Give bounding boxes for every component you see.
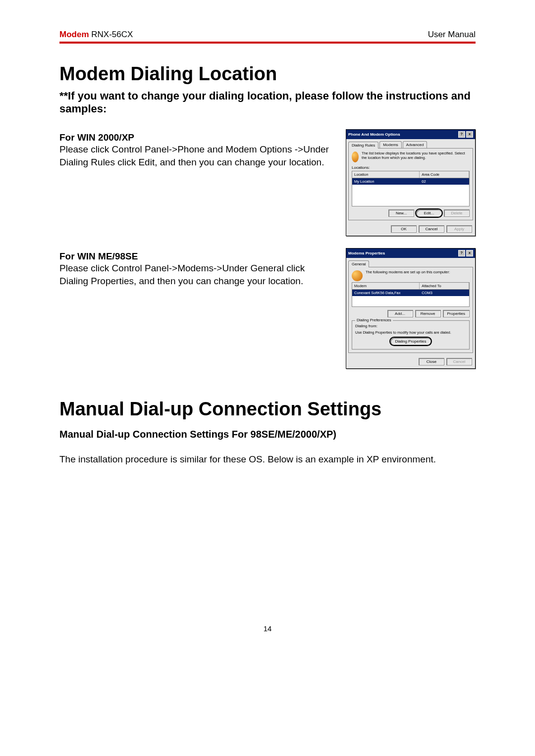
modem-icon	[352, 270, 363, 281]
row-modem: Conexant SoftK56 Data,Fax	[352, 290, 420, 296]
col-modem: Modem	[352, 283, 420, 289]
row-area-code: 02	[420, 178, 469, 185]
section2-body: The installation procedure is similar fo…	[59, 453, 476, 466]
section2-subtitle: Manual Dial-up Connection Settings For 9…	[59, 429, 476, 440]
dialog2-btn-row: Add... Remove Properties	[352, 310, 470, 317]
modems-list-row[interactable]: Conexant SoftK56 Data,Fax COM3	[352, 290, 469, 296]
dialog2-pane: The following modems are set up on this …	[348, 267, 473, 353]
dialing-desc: Use Dialing Properties to modify how you…	[355, 330, 466, 335]
modems-list[interactable]: Modem Attached To Conexant SoftK56 Data,…	[352, 282, 470, 307]
tab-general[interactable]: General	[348, 260, 369, 267]
close-button[interactable]: Close	[419, 358, 444, 365]
dialing-preferences-group: Dialing Preferences Dialing from: Use Di…	[352, 320, 470, 350]
cancel-button[interactable]: Cancel	[419, 225, 444, 233]
group-legend: Dialing Preferences	[355, 318, 393, 322]
dialing-from-label: Dialing from:	[355, 324, 466, 328]
edit-button[interactable]: Edit...	[416, 209, 442, 217]
dialog-modems-properties: Modems Properties ? x General The follow…	[346, 248, 476, 369]
section-title-manual-dialup: Manual Dial-up Connection Settings	[59, 399, 476, 420]
ok-button[interactable]: OK	[391, 225, 417, 233]
locations-label: Locations:	[352, 165, 470, 170]
dialing-properties-button[interactable]: Dialing Properties	[390, 338, 430, 345]
dialog2-footer: Close Cancel	[346, 355, 475, 368]
remove-button[interactable]: Remove	[415, 310, 441, 317]
dialog-phone-modem-options: Phone And Modem Options ? x Dialing Rule…	[346, 129, 476, 236]
header-right: User Manual	[428, 30, 476, 40]
locations-list-head: Location Area Code	[352, 171, 469, 178]
dialog2-title-icons: ? x	[458, 250, 473, 256]
page-number: 14	[59, 624, 476, 633]
dialog1-desc: The list below displays the locations yo…	[362, 151, 470, 160]
model: RNX-56CX	[91, 30, 133, 39]
dialog1-btn-row: New... Edit... Delete	[352, 209, 470, 217]
header-divider	[59, 42, 476, 44]
close-icon[interactable]: x	[466, 131, 473, 138]
dialog1-title: Phone And Modem Options	[348, 132, 400, 137]
tab-advanced[interactable]: Advanced	[403, 141, 428, 148]
col-location: Location	[352, 171, 420, 178]
col-area-code: Area Code	[420, 171, 469, 178]
row-location: My Location	[352, 178, 420, 185]
body-winme: Please click Control Panel->Modems->Unde…	[59, 262, 336, 287]
block-winme: For WIN ME/98SE Please click Control Pan…	[59, 248, 476, 369]
os-title-win2000: For WIN 2000/XP	[59, 132, 336, 143]
dialog2-titlebar: Modems Properties ? x	[346, 249, 475, 258]
dialog1-title-icons: ? x	[458, 131, 473, 138]
col-attached-to: Attached To	[420, 283, 469, 289]
properties-button[interactable]: Properties	[443, 310, 470, 317]
modems-list-head: Modem Attached To	[352, 283, 469, 290]
os-title-winme: For WIN ME/98SE	[59, 251, 336, 262]
brand: Modem	[59, 30, 89, 39]
section-subtitle: **If you want to change your dialing loc…	[59, 90, 476, 115]
add-button[interactable]: Add...	[387, 310, 413, 317]
cancel-button[interactable]: Cancel	[446, 358, 472, 365]
close-icon[interactable]: x	[466, 250, 473, 256]
delete-button[interactable]: Delete	[444, 209, 470, 217]
dialog1-tabs: Dialing Rules Modems Advanced	[346, 139, 475, 148]
dialog2-title: Modems Properties	[348, 251, 385, 255]
section-title-modem-dialing: Modem Dialing Location	[59, 63, 476, 85]
help-icon[interactable]: ?	[458, 250, 465, 256]
body-win2000: Please click Control Panel->Phone and Mo…	[59, 143, 336, 168]
dialog1-footer: OK Cancel Apply	[346, 222, 475, 236]
help-icon[interactable]: ?	[458, 131, 465, 138]
apply-button[interactable]: Apply	[446, 225, 472, 233]
globe-icon	[352, 151, 359, 162]
locations-list[interactable]: Location Area Code My Location 02	[352, 171, 470, 206]
page-header: Modem RNX-56CX User Manual	[59, 30, 476, 40]
dialog2-desc: The following modems are set up on this …	[366, 270, 450, 275]
tab-dialing-rules[interactable]: Dialing Rules	[348, 142, 378, 149]
locations-list-row[interactable]: My Location 02	[352, 178, 469, 185]
dialog1-titlebar: Phone And Modem Options ? x	[346, 130, 475, 139]
block-win2000: For WIN 2000/XP Please click Control Pan…	[59, 129, 476, 236]
dialog2-tabs: General	[346, 258, 475, 267]
tab-modems[interactable]: Modems	[379, 141, 402, 148]
row-attached-to: COM3	[420, 290, 469, 296]
header-left: Modem RNX-56CX	[59, 30, 133, 40]
new-button[interactable]: New...	[388, 209, 414, 217]
dialog1-pane: The list below displays the locations yo…	[348, 148, 473, 220]
